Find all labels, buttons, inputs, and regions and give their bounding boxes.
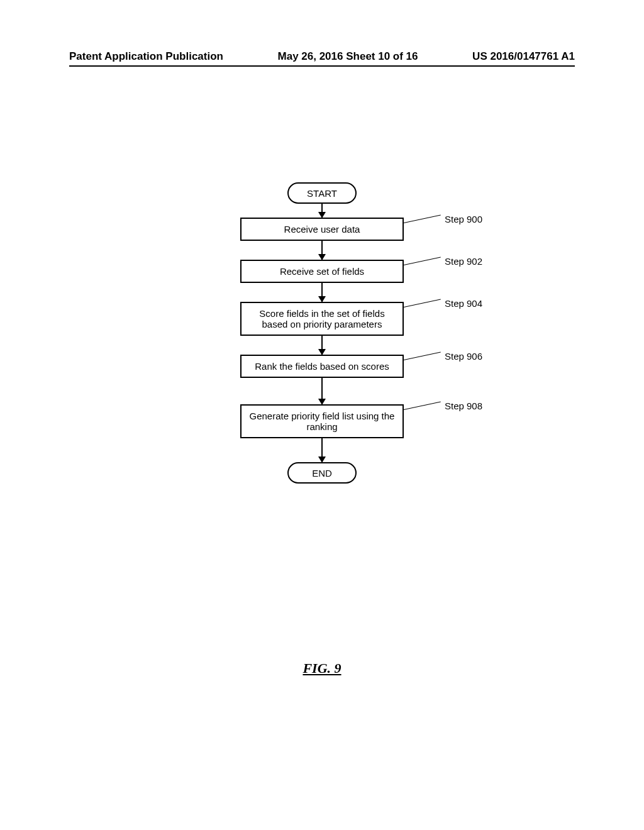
- process-text: Receive set of fields: [280, 266, 364, 277]
- header-right: US 2016/0147761 A1: [472, 50, 575, 63]
- connector-line: [404, 352, 441, 360]
- connector-line: [404, 215, 441, 223]
- header-rule: [69, 65, 575, 67]
- process-box-1: Receive set of fields: [240, 260, 404, 283]
- step-row-0: Receive user data Step 900: [240, 218, 404, 241]
- process-box-0: Receive user data: [240, 218, 404, 241]
- arrow-icon: [321, 283, 323, 302]
- step-row-4: Generate priority field list using the r…: [240, 404, 404, 438]
- process-text: Receive user data: [284, 224, 360, 235]
- step-label-3: Step 906: [445, 351, 482, 362]
- connector-line: [404, 257, 441, 265]
- step-row-1: Receive set of fields Step 902: [240, 260, 404, 283]
- end-label: END: [312, 468, 332, 479]
- arrow-icon: [321, 241, 323, 260]
- figure-caption: FIG. 9: [0, 660, 644, 677]
- step-label-2: Step 904: [445, 298, 482, 309]
- end-terminator: END: [287, 462, 357, 484]
- start-terminator: START: [287, 182, 357, 204]
- process-box-3: Rank the fields based on scores: [240, 355, 404, 378]
- start-label: START: [307, 188, 337, 199]
- step-label-1: Step 902: [445, 256, 482, 267]
- process-box-2: Score fields in the set of fields based …: [240, 302, 404, 336]
- page-header: Patent Application Publication May 26, 2…: [0, 50, 644, 63]
- connector-line: [404, 402, 441, 410]
- connector-line: [404, 299, 441, 307]
- process-text: Rank the fields based on scores: [255, 361, 389, 372]
- process-text: Generate priority field list using the r…: [245, 411, 399, 432]
- header-left: Patent Application Publication: [69, 50, 223, 63]
- step-label-0: Step 900: [445, 214, 482, 224]
- process-box-4: Generate priority field list using the r…: [240, 404, 404, 438]
- step-row-3: Rank the fields based on scores Step 906: [240, 355, 404, 378]
- header-center: May 26, 2016 Sheet 10 of 16: [278, 50, 418, 63]
- flowchart: START Receive user data Step 900 Receive…: [0, 182, 644, 484]
- arrow-icon: [321, 204, 323, 218]
- step-row-2: Score fields in the set of fields based …: [240, 302, 404, 336]
- step-label-4: Step 908: [445, 401, 482, 411]
- arrow-icon: [321, 336, 323, 355]
- process-text: Score fields in the set of fields based …: [245, 308, 399, 329]
- arrow-icon: [321, 438, 323, 462]
- arrow-icon: [321, 378, 323, 404]
